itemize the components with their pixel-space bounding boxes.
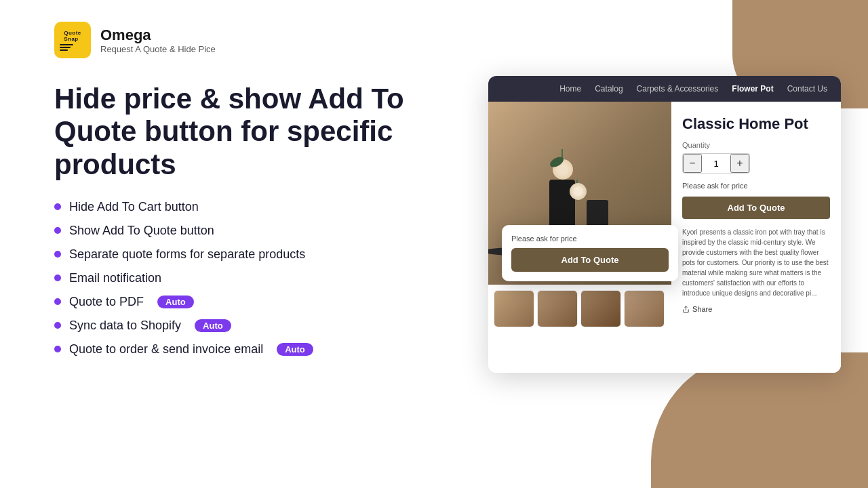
brand-name: Omega	[100, 26, 216, 44]
feature-text-3: Email notification	[69, 271, 161, 285]
nav-flower-pot[interactable]: Flower Pot	[732, 84, 773, 94]
feature-item-4: Quote to PDF Auto	[54, 295, 461, 309]
share-icon	[682, 306, 690, 313]
thumb-img-1	[494, 291, 534, 327]
qty-plus-button[interactable]: +	[730, 154, 749, 173]
badge-auto-6: Auto	[277, 343, 313, 356]
logo-line-3	[60, 49, 68, 51]
features-list: Hide Add To Cart button Show Add To Quot…	[54, 200, 461, 357]
nav-home[interactable]: Home	[559, 84, 581, 94]
popup-add-to-quote-button[interactable]: Add To Quote	[511, 248, 669, 272]
thumb-img-2	[538, 291, 577, 327]
product-info: Classic Home Pot Quantity − 1 + Please a…	[671, 102, 841, 373]
hero-title: Hide price & show Add To Quote button fo…	[54, 83, 461, 181]
badge-auto-5: Auto	[195, 319, 231, 332]
feature-item-0: Hide Add To Cart button	[54, 200, 461, 214]
thumb-4[interactable]	[624, 290, 665, 327]
feature-text-4: Quote to PDF	[69, 295, 144, 309]
add-to-quote-main-button[interactable]: Add To Quote	[682, 197, 830, 219]
ask-price-label: Please ask for price	[682, 182, 830, 190]
nav-catalog[interactable]: Catalog	[595, 84, 623, 94]
quantity-label: Quantity	[682, 141, 830, 149]
feature-text-2: Separate quote forms for separate produc…	[69, 247, 305, 262]
thumb-3[interactable]	[580, 290, 621, 327]
badge-auto-4: Auto	[157, 296, 194, 308]
feature-text-6: Quote to order & send invoice email	[69, 342, 263, 357]
feature-item-6: Quote to order & send invoice email Auto	[54, 342, 461, 357]
browser-nav: Home Catalog Carpets & Accessories Flowe…	[488, 76, 841, 102]
logo-lines	[60, 44, 73, 51]
flower2	[570, 183, 587, 200]
feature-item-2: Separate quote forms for separate produc…	[54, 247, 461, 262]
brand-subtitle: Request A Quote & Hide Pice	[100, 44, 216, 54]
bullet-1	[54, 227, 61, 234]
product-title: Classic Home Pot	[682, 115, 830, 133]
feature-text-0: Hide Add To Cart button	[69, 200, 199, 214]
browser-window: Home Catalog Carpets & Accessories Flowe…	[488, 76, 841, 373]
feature-item-1: Show Add To Quote button	[54, 224, 461, 238]
share-button[interactable]: Share	[682, 305, 830, 313]
logo-text-quote: QuoteSnap	[64, 30, 81, 42]
bullet-5	[54, 322, 61, 329]
main-content: Hide price & show Add To Quote button fo…	[54, 83, 835, 373]
logo-line-2	[60, 47, 71, 48]
feature-item-3: Email notification	[54, 271, 461, 285]
nav-carpets[interactable]: Carpets & Accessories	[637, 84, 719, 94]
right-panel: Home Catalog Carpets & Accessories Flowe…	[488, 76, 841, 373]
quantity-value: 1	[702, 159, 730, 169]
nav-contact[interactable]: Contact Us	[787, 84, 827, 94]
thumb-img-3	[581, 291, 620, 327]
header: QuoteSnap Omega Request A Quote & Hide P…	[54, 22, 835, 58]
brand-info: Omega Request A Quote & Hide Pice	[100, 26, 216, 54]
thumbnail-row	[488, 285, 671, 333]
bullet-6	[54, 346, 61, 352]
qty-minus-button[interactable]: −	[683, 154, 702, 173]
left-panel: Hide price & show Add To Quote button fo…	[54, 83, 461, 357]
feature-item-5: Sync data to Shopify Auto	[54, 319, 461, 333]
product-description: Kyori presents a classic iron pot with t…	[682, 227, 830, 298]
feature-text-1: Show Add To Quote button	[69, 224, 214, 238]
bullet-2	[54, 251, 61, 258]
popup-ask-price: Please ask for price	[511, 235, 669, 243]
thumb-1[interactable]	[494, 290, 534, 327]
share-label: Share	[692, 305, 712, 313]
bullet-3	[54, 274, 61, 281]
logo-line-1	[60, 44, 73, 45]
thumb-img-4	[625, 291, 664, 327]
feature-text-5: Sync data to Shopify	[69, 319, 181, 333]
thumb-2[interactable]	[537, 290, 578, 327]
bullet-0	[54, 203, 61, 210]
quote-popup: Please ask for price Add To Quote	[502, 225, 678, 281]
quantity-control: − 1 +	[682, 153, 750, 174]
bullet-4	[54, 298, 61, 305]
logo-box: QuoteSnap	[54, 22, 91, 58]
